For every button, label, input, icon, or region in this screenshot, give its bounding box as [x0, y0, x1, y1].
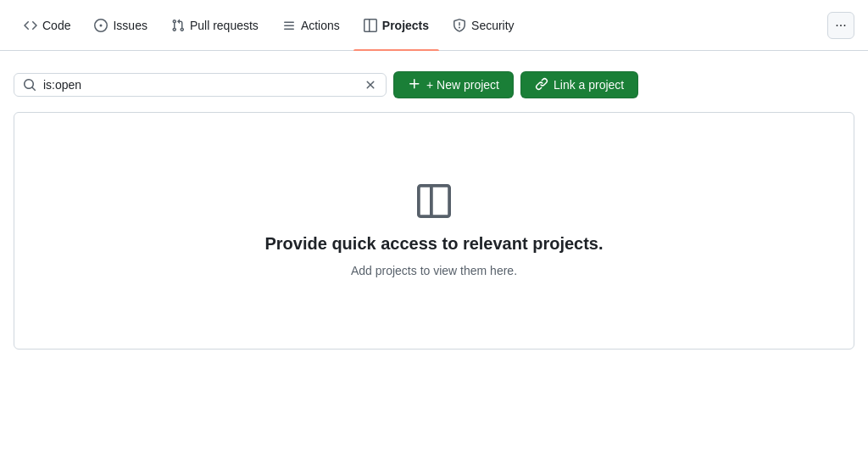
toolbar: + New project Link a project	[14, 71, 854, 98]
nav-projects-label: Projects	[382, 19, 429, 32]
empty-state-subtitle: Add projects to view them here.	[351, 264, 517, 277]
projects-icon	[364, 19, 377, 32]
nav-item-code[interactable]: Code	[14, 0, 81, 51]
nav-security-label: Security	[471, 19, 515, 32]
new-project-icon	[408, 77, 421, 93]
main-content: + New project Link a project Provide qui…	[0, 51, 868, 370]
search-wrapper	[14, 73, 387, 97]
nav-actions-label: Actions	[301, 19, 340, 32]
nav-item-projects[interactable]: Projects	[353, 0, 439, 51]
nav-item-issues[interactable]: Issues	[84, 0, 157, 51]
link-project-button[interactable]: Link a project	[520, 71, 638, 98]
new-project-label: + New project	[426, 78, 499, 92]
search-icon	[23, 78, 36, 92]
nav-item-security[interactable]: Security	[442, 0, 525, 51]
nav-bar: Code Issues Pull requests Actions	[0, 0, 868, 51]
nav-issues-label: Issues	[113, 19, 147, 32]
link-project-label: Link a project	[554, 78, 624, 92]
nav-item-actions[interactable]: Actions	[272, 0, 350, 51]
nav-code-label: Code	[42, 19, 70, 32]
search-clear-button[interactable]	[364, 78, 377, 92]
actions-icon	[282, 19, 296, 32]
new-project-button[interactable]: + New project	[393, 71, 514, 98]
issues-icon	[94, 19, 108, 32]
empty-state-title: Provide quick access to relevant project…	[264, 234, 603, 254]
search-input[interactable]	[43, 78, 357, 92]
link-icon	[535, 77, 548, 93]
pull-request-icon	[171, 19, 185, 32]
empty-state-card: Provide quick access to relevant project…	[14, 112, 854, 350]
code-icon	[24, 19, 37, 32]
nav-more-button[interactable]: ···	[827, 12, 854, 39]
security-icon	[453, 19, 466, 32]
more-icon: ···	[835, 18, 846, 33]
nav-item-pull-requests[interactable]: Pull requests	[161, 0, 269, 51]
projects-empty-icon	[417, 184, 451, 221]
nav-pr-label: Pull requests	[190, 19, 259, 32]
